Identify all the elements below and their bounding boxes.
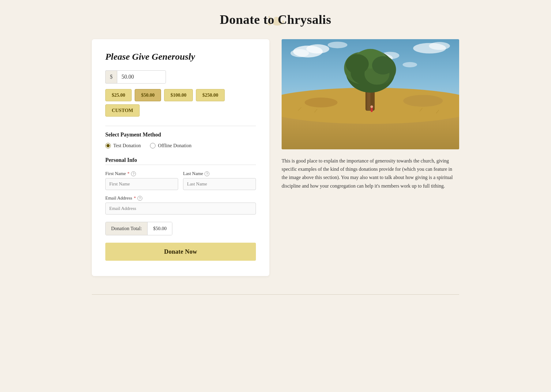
first-name-group: First Name * ? <box>105 171 178 190</box>
preset-btn-custom[interactable]: CUSTOM <box>105 104 140 117</box>
svg-point-7 <box>429 42 450 50</box>
svg-point-27 <box>372 56 394 74</box>
main-content: Please Give Generously $ $25.00 $50.00 $… <box>92 39 459 276</box>
last-name-help-icon[interactable]: ? <box>204 171 209 176</box>
donation-total-row: Donation Total: $50.00 <box>105 222 172 235</box>
payment-method-test[interactable]: Test Donation <box>105 143 141 148</box>
last-name-group: Last Name ? <box>183 171 256 190</box>
tree-scene-svg <box>282 39 459 149</box>
sidebar-description: This is good place to explain the import… <box>282 157 459 190</box>
form-panel: Please Give Generously $ $25.00 $50.00 $… <box>92 39 269 276</box>
first-name-required: * <box>127 171 129 176</box>
email-help-icon[interactable]: ? <box>137 196 142 201</box>
last-name-input[interactable] <box>183 178 256 190</box>
preset-btn-100[interactable]: $100.00 <box>164 89 193 101</box>
amount-input[interactable] <box>117 70 166 84</box>
svg-point-9 <box>403 62 417 67</box>
right-panel: This is good place to explain the import… <box>282 39 459 190</box>
payment-method-offline[interactable]: Offline Donation <box>150 143 191 148</box>
personal-info-divider <box>105 165 256 165</box>
payment-methods: Test Donation Offline Donation <box>105 143 256 148</box>
payment-offline-label: Offline Donation <box>158 143 191 148</box>
personal-info-heading: Personal Info <box>105 157 256 163</box>
svg-point-2 <box>306 44 329 54</box>
currency-symbol: $ <box>105 70 117 84</box>
email-input[interactable] <box>105 203 256 215</box>
form-heading: Please Give Generously <box>105 51 256 62</box>
svg-point-31 <box>305 98 337 107</box>
preset-btn-50[interactable]: $50.00 <box>135 89 161 101</box>
preset-btn-25[interactable]: $25.00 <box>105 89 132 101</box>
tree-image-container <box>282 39 459 149</box>
email-row: Email Address * ? <box>105 196 256 215</box>
email-required: * <box>134 196 136 201</box>
payment-section-divider <box>105 126 256 126</box>
page-footer-divider <box>92 294 459 295</box>
payment-test-label: Test Donation <box>113 143 141 148</box>
donate-now-button[interactable]: Donate Now <box>105 243 256 261</box>
svg-point-3 <box>290 49 309 57</box>
payment-section-heading: Select Payment Method <box>105 132 256 138</box>
donation-total-value: $50.00 <box>148 222 172 235</box>
first-name-input[interactable] <box>105 178 178 190</box>
email-label: Email Address * ? <box>105 196 256 201</box>
amount-input-row: $ <box>105 70 256 84</box>
svg-rect-28 <box>371 107 373 112</box>
first-name-label: First Name * ? <box>105 171 178 176</box>
radio-test[interactable] <box>105 143 111 148</box>
preset-btn-250[interactable]: $250.00 <box>196 89 225 101</box>
preset-amounts: $25.00 $50.00 $100.00 $250.00 CUSTOM <box>105 89 256 117</box>
name-row: First Name * ? Last Name ? <box>105 171 256 190</box>
last-name-label: Last Name ? <box>183 171 256 176</box>
svg-point-29 <box>370 106 373 108</box>
email-group: Email Address * ? <box>105 196 256 215</box>
svg-point-30 <box>403 95 443 107</box>
donation-total-label: Donation Total: <box>106 222 148 235</box>
page-title: Donate to Chrysalis <box>6 12 545 27</box>
page-title-wrapper: ❧ Donate to Chrysalis <box>6 12 545 27</box>
radio-offline[interactable] <box>150 143 156 148</box>
svg-point-26 <box>346 54 369 74</box>
first-name-help-icon[interactable]: ? <box>131 171 136 176</box>
svg-point-8 <box>328 42 347 48</box>
